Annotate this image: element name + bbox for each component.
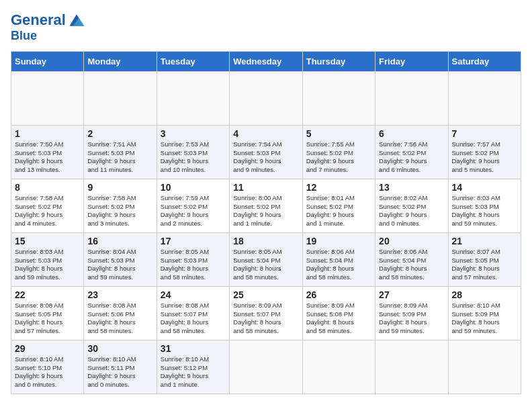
cell-content: Sunrise: 8:06 AM Sunset: 5:04 PM Dayligh… xyxy=(306,248,371,282)
calendar-cell xyxy=(84,71,157,125)
calendar-cell: 26Sunrise: 8:09 AM Sunset: 5:08 PM Dayli… xyxy=(302,286,375,340)
cell-content: Sunrise: 8:10 AM Sunset: 5:12 PM Dayligh… xyxy=(161,355,226,390)
day-number: 10 xyxy=(161,182,226,193)
day-number: 16 xyxy=(87,236,152,246)
day-number: 26 xyxy=(306,289,371,300)
calendar-cell: 1Sunrise: 7:50 AM Sunset: 5:03 PM Daylig… xyxy=(11,125,84,179)
day-header-thursday: Thursday xyxy=(302,51,375,71)
day-number: 11 xyxy=(233,182,298,193)
calendar-cell: 24Sunrise: 8:08 AM Sunset: 5:07 PM Dayli… xyxy=(157,286,229,340)
calendar-cell: 8Sunrise: 7:58 AM Sunset: 5:02 PM Daylig… xyxy=(11,179,84,232)
day-number: 13 xyxy=(379,182,444,193)
day-number: 8 xyxy=(15,182,80,193)
calendar-cell: 5Sunrise: 7:55 AM Sunset: 5:02 PM Daylig… xyxy=(302,125,375,179)
cell-content: Sunrise: 8:08 AM Sunset: 5:05 PM Dayligh… xyxy=(15,302,80,336)
calendar-cell: 25Sunrise: 8:09 AM Sunset: 5:07 PM Dayli… xyxy=(230,286,302,340)
calendar-week-row: 1Sunrise: 7:50 AM Sunset: 5:03 PM Daylig… xyxy=(11,125,521,179)
day-number: 23 xyxy=(87,289,152,300)
cell-content: Sunrise: 7:56 AM Sunset: 5:02 PM Dayligh… xyxy=(379,140,444,175)
day-number: 27 xyxy=(379,289,444,300)
logo-text: General xyxy=(11,12,66,28)
cell-content: Sunrise: 8:09 AM Sunset: 5:09 PM Dayligh… xyxy=(379,302,444,336)
cell-content: Sunrise: 8:05 AM Sunset: 5:04 PM Dayligh… xyxy=(233,248,298,282)
calendar-cell: 31Sunrise: 8:10 AM Sunset: 5:12 PM Dayli… xyxy=(157,340,229,394)
cell-content: Sunrise: 8:09 AM Sunset: 5:07 PM Dayligh… xyxy=(233,302,298,336)
calendar-cell: 6Sunrise: 7:56 AM Sunset: 5:02 PM Daylig… xyxy=(375,125,448,179)
day-number: 24 xyxy=(161,289,226,300)
cell-content: Sunrise: 8:10 AM Sunset: 5:11 PM Dayligh… xyxy=(87,355,152,390)
day-number: 5 xyxy=(306,128,371,139)
cell-content: Sunrise: 8:03 AM Sunset: 5:03 PM Dayligh… xyxy=(452,194,517,228)
cell-content: Sunrise: 7:54 AM Sunset: 5:03 PM Dayligh… xyxy=(233,140,298,175)
calendar-cell: 7Sunrise: 7:57 AM Sunset: 5:02 PM Daylig… xyxy=(448,125,521,179)
cell-content: Sunrise: 8:05 AM Sunset: 5:03 PM Dayligh… xyxy=(161,248,226,282)
calendar-cell xyxy=(302,71,375,125)
day-number: 9 xyxy=(87,182,152,193)
calendar-cell: 28Sunrise: 8:10 AM Sunset: 5:09 PM Dayli… xyxy=(448,286,521,340)
day-number: 29 xyxy=(15,343,80,354)
calendar-cell: 13Sunrise: 8:02 AM Sunset: 5:02 PM Dayli… xyxy=(375,179,448,232)
cell-content: Sunrise: 7:59 AM Sunset: 5:02 PM Dayligh… xyxy=(161,194,226,228)
calendar-cell: 15Sunrise: 8:03 AM Sunset: 5:03 PM Dayli… xyxy=(11,232,84,286)
day-header-friday: Friday xyxy=(375,51,448,71)
day-number: 28 xyxy=(452,289,517,300)
cell-content: Sunrise: 7:58 AM Sunset: 5:02 PM Dayligh… xyxy=(15,194,80,228)
day-number: 3 xyxy=(161,128,226,139)
calendar-cell: 17Sunrise: 8:05 AM Sunset: 5:03 PM Dayli… xyxy=(157,232,229,286)
calendar-cell: 20Sunrise: 8:06 AM Sunset: 5:04 PM Dayli… xyxy=(375,232,448,286)
calendar-cell xyxy=(448,340,521,394)
calendar-week-row: 22Sunrise: 8:08 AM Sunset: 5:05 PM Dayli… xyxy=(11,286,521,340)
cell-content: Sunrise: 8:02 AM Sunset: 5:02 PM Dayligh… xyxy=(379,194,444,228)
calendar-cell: 18Sunrise: 8:05 AM Sunset: 5:04 PM Dayli… xyxy=(230,232,302,286)
calendar-cell: 27Sunrise: 8:09 AM Sunset: 5:09 PM Dayli… xyxy=(375,286,448,340)
cell-content: Sunrise: 7:58 AM Sunset: 5:02 PM Dayligh… xyxy=(87,194,152,228)
day-number: 19 xyxy=(306,236,371,246)
day-number: 7 xyxy=(452,128,517,139)
calendar-cell xyxy=(375,340,448,394)
calendar-cell xyxy=(11,71,84,125)
day-number: 20 xyxy=(379,236,444,246)
day-header-tuesday: Tuesday xyxy=(157,51,229,71)
day-number: 25 xyxy=(233,289,298,300)
day-number: 15 xyxy=(15,236,80,246)
logo-text-blue: Blue xyxy=(11,30,86,43)
calendar-cell xyxy=(375,71,448,125)
cell-content: Sunrise: 8:10 AM Sunset: 5:10 PM Dayligh… xyxy=(15,355,80,390)
cell-content: Sunrise: 8:04 AM Sunset: 5:03 PM Dayligh… xyxy=(87,248,152,282)
page-header: General Blue xyxy=(11,11,521,43)
cell-content: Sunrise: 8:09 AM Sunset: 5:08 PM Dayligh… xyxy=(306,302,371,336)
calendar-cell xyxy=(448,71,521,125)
calendar-week-row: 8Sunrise: 7:58 AM Sunset: 5:02 PM Daylig… xyxy=(11,179,521,232)
logo-icon xyxy=(67,11,86,30)
day-number: 31 xyxy=(161,343,226,354)
cell-content: Sunrise: 8:01 AM Sunset: 5:02 PM Dayligh… xyxy=(306,194,371,228)
calendar-week-row: 15Sunrise: 8:03 AM Sunset: 5:03 PM Dayli… xyxy=(11,232,521,286)
day-number: 1 xyxy=(15,128,80,139)
cell-content: Sunrise: 8:06 AM Sunset: 5:04 PM Dayligh… xyxy=(379,248,444,282)
calendar-cell: 11Sunrise: 8:00 AM Sunset: 5:02 PM Dayli… xyxy=(230,179,302,232)
cell-content: Sunrise: 7:51 AM Sunset: 5:03 PM Dayligh… xyxy=(87,140,152,175)
day-number: 4 xyxy=(233,128,298,139)
day-number: 6 xyxy=(379,128,444,139)
day-number: 17 xyxy=(161,236,226,246)
cell-content: Sunrise: 8:03 AM Sunset: 5:03 PM Dayligh… xyxy=(15,248,80,282)
day-header-monday: Monday xyxy=(84,51,157,71)
cell-content: Sunrise: 8:10 AM Sunset: 5:09 PM Dayligh… xyxy=(452,302,517,336)
cell-content: Sunrise: 7:57 AM Sunset: 5:02 PM Dayligh… xyxy=(452,140,517,175)
cell-content: Sunrise: 8:00 AM Sunset: 5:02 PM Dayligh… xyxy=(233,194,298,228)
day-header-wednesday: Wednesday xyxy=(230,51,302,71)
day-number: 22 xyxy=(15,289,80,300)
day-headers-row: SundayMondayTuesdayWednesdayThursdayFrid… xyxy=(11,51,521,71)
day-number: 18 xyxy=(233,236,298,246)
calendar-cell: 3Sunrise: 7:53 AM Sunset: 5:03 PM Daylig… xyxy=(157,125,229,179)
calendar-cell: 29Sunrise: 8:10 AM Sunset: 5:10 PM Dayli… xyxy=(11,340,84,394)
day-number: 14 xyxy=(452,182,517,193)
calendar-cell: 19Sunrise: 8:06 AM Sunset: 5:04 PM Dayli… xyxy=(302,232,375,286)
calendar-cell: 23Sunrise: 8:08 AM Sunset: 5:06 PM Dayli… xyxy=(84,286,157,340)
calendar-cell: 12Sunrise: 8:01 AM Sunset: 5:02 PM Dayli… xyxy=(302,179,375,232)
calendar-cell: 16Sunrise: 8:04 AM Sunset: 5:03 PM Dayli… xyxy=(84,232,157,286)
calendar-cell xyxy=(230,340,302,394)
calendar-cell xyxy=(230,71,302,125)
cell-content: Sunrise: 8:07 AM Sunset: 5:05 PM Dayligh… xyxy=(452,248,517,282)
day-number: 30 xyxy=(87,343,152,354)
